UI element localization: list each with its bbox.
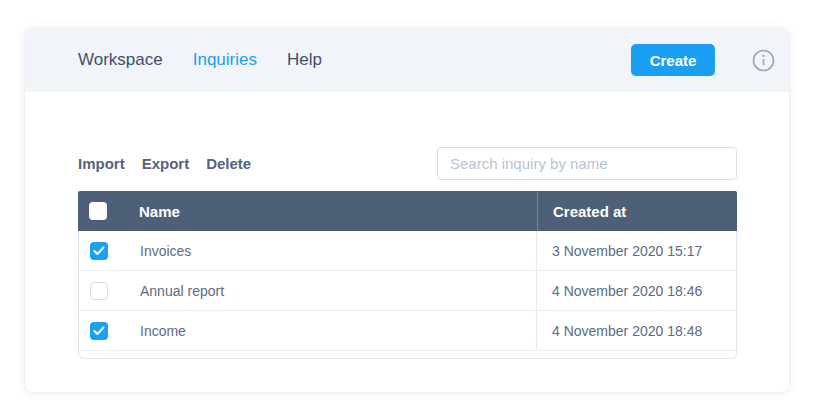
row-checkbox[interactable] <box>90 242 108 260</box>
row-checkbox[interactable] <box>90 322 108 340</box>
nav-item-help[interactable]: Help <box>287 50 322 70</box>
checkmark-icon <box>93 326 105 336</box>
table-row[interactable]: Income 4 November 2020 18:48 <box>79 311 736 351</box>
row-checkbox-cell <box>79 242 140 260</box>
table-header-row: Name Created at <box>78 191 737 231</box>
top-navbar: Workspace Inquiries Help Create <box>25 28 789 92</box>
page-content: Import Export Delete Name Created at <box>25 147 789 359</box>
inquiries-table: Name Created at Invoices 3 November 2020… <box>78 191 737 359</box>
table-row[interactable]: Annual report 4 November 2020 18:46 <box>79 271 736 311</box>
info-icon[interactable] <box>752 49 775 72</box>
row-created-at: 3 November 2020 15:17 <box>536 231 736 270</box>
create-button[interactable]: Create <box>631 44 715 76</box>
delete-link[interactable]: Delete <box>206 155 251 172</box>
column-header-name: Name <box>139 203 537 220</box>
app-card: Workspace Inquiries Help Create Import E… <box>25 28 789 392</box>
info-icon-glyph <box>752 49 775 72</box>
column-header-created-at: Created at <box>537 191 737 231</box>
row-created-at: 4 November 2020 18:46 <box>536 271 736 310</box>
nav-item-workspace[interactable]: Workspace <box>78 50 163 70</box>
select-all-checkbox[interactable] <box>89 202 107 220</box>
row-created-at: 4 November 2020 18:48 <box>536 311 736 350</box>
row-checkbox-cell <box>79 282 140 300</box>
main-nav: Workspace Inquiries Help <box>78 50 322 70</box>
export-link[interactable]: Export <box>142 155 190 172</box>
row-name: Income <box>140 323 536 339</box>
search-input[interactable] <box>437 147 737 180</box>
bulk-actions: Import Export Delete <box>78 155 251 172</box>
import-link[interactable]: Import <box>78 155 125 172</box>
checkmark-icon <box>93 246 105 256</box>
nav-item-inquiries[interactable]: Inquiries <box>193 50 257 70</box>
table-toolbar: Import Export Delete <box>78 147 737 180</box>
row-checkbox-cell <box>79 322 140 340</box>
row-checkbox[interactable] <box>90 282 108 300</box>
row-name: Invoices <box>140 243 536 259</box>
table-row[interactable]: Invoices 3 November 2020 15:17 <box>79 231 736 271</box>
row-name: Annual report <box>140 283 536 299</box>
table-body: Invoices 3 November 2020 15:17 Annual re… <box>78 231 737 359</box>
header-checkbox-cell <box>78 202 139 220</box>
